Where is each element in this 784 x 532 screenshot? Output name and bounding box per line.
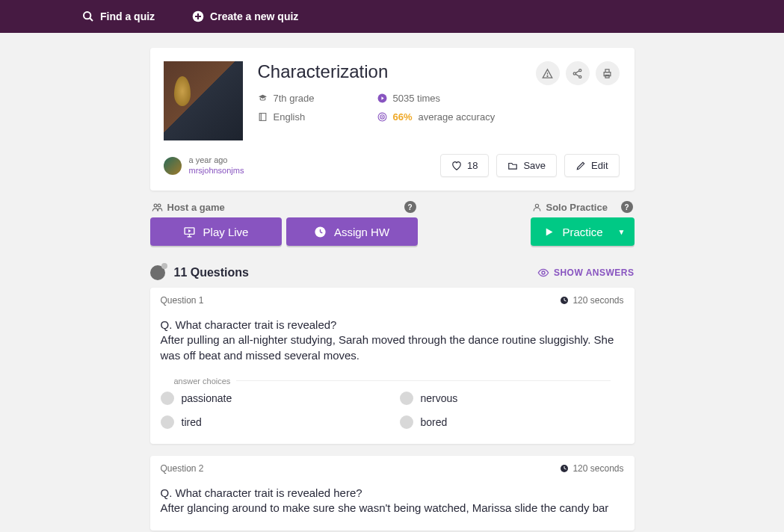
svg-line-1 bbox=[90, 18, 93, 21]
clock-icon bbox=[560, 296, 569, 305]
svg-point-20 bbox=[381, 117, 382, 117]
edit-button[interactable]: Edit bbox=[564, 154, 619, 177]
save-label: Save bbox=[523, 160, 546, 171]
avatar bbox=[164, 157, 182, 175]
answer-choice: passionate bbox=[161, 392, 385, 405]
svg-point-6 bbox=[547, 75, 548, 76]
subject-label: English bbox=[274, 111, 306, 123]
question-text: Q. What character trait is revealed? Aft… bbox=[161, 318, 624, 363]
book-icon bbox=[258, 112, 268, 122]
question-number: Question 2 bbox=[161, 463, 204, 474]
answer-choice: nervous bbox=[400, 392, 624, 405]
quiz-title: Characterization bbox=[258, 61, 389, 82]
plays-label: 5035 times bbox=[393, 93, 441, 104]
pencil-icon bbox=[575, 161, 586, 171]
question-count: 11 Questions bbox=[150, 265, 249, 280]
play-icon bbox=[543, 226, 555, 238]
created-ago: a year ago bbox=[189, 155, 244, 165]
solo-label: Solo Practice bbox=[546, 202, 608, 213]
svg-point-30 bbox=[542, 271, 545, 274]
svg-line-10 bbox=[575, 70, 579, 72]
like-count: 18 bbox=[467, 160, 478, 171]
plus-circle-icon bbox=[192, 10, 204, 22]
edit-label: Edit bbox=[591, 160, 608, 171]
clock-icon bbox=[314, 226, 327, 238]
svg-rect-16 bbox=[259, 114, 266, 121]
subject-meta: English bbox=[258, 111, 377, 123]
question-time: 120 seconds bbox=[572, 295, 623, 306]
questions-badge-icon bbox=[150, 265, 165, 280]
play-circle-icon bbox=[377, 93, 387, 103]
search-icon bbox=[82, 10, 94, 22]
share-icon bbox=[572, 68, 583, 79]
question-time: 120 seconds bbox=[572, 463, 623, 474]
answers-label: answer choices bbox=[161, 377, 624, 386]
host-section: Host a game ? Play Live Assign HW bbox=[150, 201, 418, 246]
assign-hw-button[interactable]: Assign HW bbox=[286, 217, 418, 246]
svg-point-22 bbox=[158, 204, 161, 207]
play-live-label: Play Live bbox=[203, 226, 249, 238]
quiz-card: Characterization bbox=[150, 48, 635, 191]
grade-meta: 7th grade bbox=[258, 93, 377, 104]
clock-icon bbox=[560, 464, 569, 473]
graduation-icon bbox=[258, 93, 268, 103]
accuracy-pct: 66% bbox=[393, 111, 413, 123]
host-label: Host a game bbox=[167, 202, 225, 213]
answer-choice: tired bbox=[161, 415, 385, 429]
practice-label: Practice bbox=[562, 226, 602, 238]
share-button[interactable] bbox=[566, 61, 590, 85]
create-quiz-label: Create a new quiz bbox=[210, 10, 298, 22]
topbar: Find a quiz Create a new quiz bbox=[0, 0, 784, 33]
svg-line-11 bbox=[575, 74, 579, 76]
find-quiz-link[interactable]: Find a quiz bbox=[82, 10, 155, 22]
eye-icon bbox=[537, 267, 549, 279]
warning-icon bbox=[542, 68, 553, 79]
svg-point-0 bbox=[84, 12, 90, 19]
find-quiz-label: Find a quiz bbox=[100, 10, 155, 22]
practice-button[interactable]: Practice ▼ bbox=[531, 217, 635, 246]
print-icon bbox=[602, 68, 613, 79]
chevron-down-icon: ▼ bbox=[618, 228, 626, 236]
create-quiz-link[interactable]: Create a new quiz bbox=[192, 10, 298, 22]
question-number: Question 1 bbox=[161, 295, 204, 306]
solo-section: Solo Practice ? Practice ▼ bbox=[531, 201, 635, 246]
presentation-icon bbox=[183, 226, 196, 238]
folder-icon bbox=[507, 161, 518, 171]
grade-label: 7th grade bbox=[274, 93, 315, 104]
heart-icon bbox=[451, 161, 462, 171]
like-button[interactable]: 18 bbox=[440, 154, 489, 177]
report-button[interactable] bbox=[536, 61, 560, 85]
question-card: Question 1 120 seconds Q. What character… bbox=[150, 288, 635, 444]
question-count-label: 11 Questions bbox=[174, 266, 249, 279]
accuracy-label: average accuracy bbox=[419, 111, 496, 123]
question-card: Question 2 120 seconds Q. What character… bbox=[150, 456, 635, 531]
host-help-icon[interactable]: ? bbox=[404, 201, 416, 213]
question-text: Q. What character trait is revealed here… bbox=[161, 486, 624, 516]
accuracy-meta: 66% average accuracy bbox=[377, 111, 620, 123]
save-button[interactable]: Save bbox=[496, 154, 557, 177]
svg-rect-13 bbox=[605, 69, 609, 72]
svg-point-29 bbox=[535, 204, 538, 207]
solo-help-icon[interactable]: ? bbox=[621, 201, 633, 213]
play-live-button[interactable]: Play Live bbox=[150, 217, 282, 246]
svg-point-21 bbox=[154, 204, 157, 207]
author-block: a year ago mrsjohnsonjms bbox=[164, 155, 244, 175]
show-answers-button[interactable]: SHOW ANSWERS bbox=[537, 267, 635, 279]
users-icon bbox=[152, 202, 163, 213]
target-icon bbox=[377, 112, 387, 122]
assign-hw-label: Assign HW bbox=[334, 226, 389, 238]
author-link[interactable]: mrsjohnsonjms bbox=[189, 166, 244, 175]
answer-choice: bored bbox=[400, 415, 624, 429]
show-answers-label: SHOW ANSWERS bbox=[554, 267, 635, 278]
quiz-thumbnail bbox=[164, 61, 243, 140]
user-icon bbox=[532, 202, 542, 212]
print-button[interactable] bbox=[596, 61, 620, 85]
plays-meta: 5035 times bbox=[377, 93, 620, 104]
